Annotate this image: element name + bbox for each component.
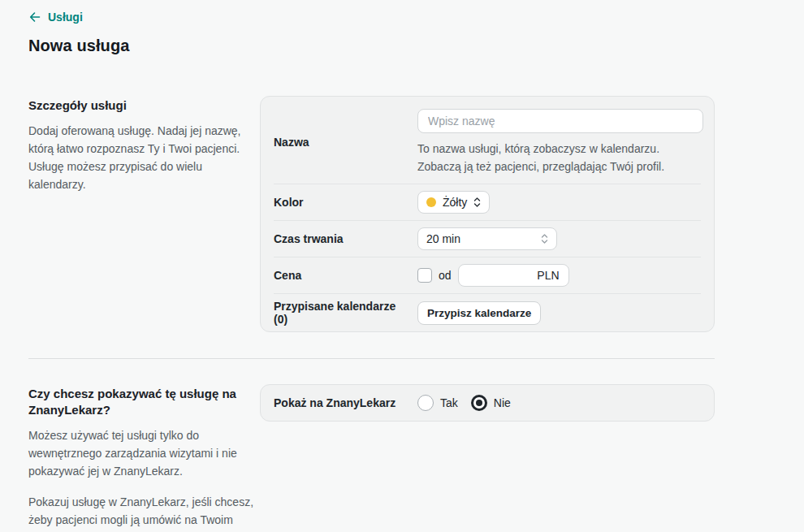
color-select[interactable]: Żółty <box>417 191 490 214</box>
section-details-intro: Szczegóły usługi Dodaj oferowaną usługę.… <box>28 96 260 193</box>
row-calendars: Przypisane kalendarze (0) Przypisz kalen… <box>261 294 714 331</box>
assign-calendars-button[interactable]: Przypisz kalendarze <box>417 301 541 325</box>
duration-select-value: 20 min <box>426 232 460 245</box>
section-divider <box>28 358 715 359</box>
radio-no-label: Nie <box>494 396 511 409</box>
section-visibility-paragraph-1: Możesz używać tej usługi tylko do wewnęt… <box>28 426 260 480</box>
row-duration: Czas trwania 20 min <box>261 221 714 257</box>
service-details-panel: Nazwa To nazwa usługi, którą zobaczysz w… <box>260 96 715 332</box>
show-on-znanylekarz-label: Pokaż na ZnanyLekarz <box>274 396 417 409</box>
price-from-checkbox[interactable] <box>417 268 432 283</box>
duration-select[interactable]: 20 min <box>417 227 557 250</box>
name-label: Nazwa <box>274 136 417 149</box>
row-show-on-znanylekarz: Pokaż na ZnanyLekarz Tak Nie <box>261 385 714 421</box>
price-label: Cena <box>274 269 417 282</box>
duration-label: Czas trwania <box>274 232 417 245</box>
section-visibility: Czy chcesz pokazywać tę usługę na ZnanyL… <box>28 384 715 532</box>
section-details-heading: Szczegóły usługi <box>28 97 260 114</box>
calendars-label: Przypisane kalendarze (0) <box>274 300 417 326</box>
color-select-value: Żółty <box>443 196 467 209</box>
row-price: Cena od PLN <box>261 257 714 293</box>
radio-selected-icon[interactable] <box>471 395 487 411</box>
section-service-details: Szczegóły usługi Dodaj oferowaną usługę.… <box>28 96 715 332</box>
radio-yes-label: Tak <box>440 396 458 409</box>
color-label: Kolor <box>274 196 417 209</box>
radio-option-yes[interactable]: Tak <box>417 395 458 411</box>
row-color: Kolor Żółty <box>261 184 714 220</box>
back-link[interactable]: Usługi <box>28 11 83 24</box>
section-visibility-paragraph-2: Pokazuj usługę w ZnanyLekarz, jeśli chce… <box>28 493 260 532</box>
price-from-label: od <box>439 269 452 282</box>
name-helper-text: To nazwa usługi, którą zobaczysz w kalen… <box>417 140 703 175</box>
color-swatch-yellow-icon <box>426 197 436 207</box>
price-input[interactable] <box>458 264 569 287</box>
back-arrow-icon <box>28 11 41 24</box>
visibility-radio-group: Tak Nie <box>417 395 511 411</box>
name-field-group: To nazwa usługi, którą zobaczysz w kalen… <box>417 109 703 175</box>
section-visibility-heading: Czy chcesz pokazywać tę usługę na ZnanyL… <box>28 386 260 418</box>
row-name: Nazwa To nazwa usługi, którą zobaczysz w… <box>261 97 714 184</box>
name-input[interactable] <box>417 109 703 133</box>
page: Usługi Nowa usługa Szczegóły usługi Doda… <box>28 11 715 532</box>
price-field-group: od PLN <box>417 264 569 287</box>
section-visibility-intro: Czy chcesz pokazywać tę usługę na ZnanyL… <box>28 384 260 532</box>
back-link-label: Usługi <box>48 11 83 24</box>
chevron-up-down-icon <box>541 233 548 244</box>
price-input-wrap: PLN <box>458 264 569 287</box>
section-details-description: Dodaj oferowaną usługę. Nadaj jej nazwę,… <box>28 122 260 193</box>
radio-unselected-icon[interactable] <box>417 395 434 411</box>
radio-option-no[interactable]: Nie <box>471 395 511 411</box>
chevron-up-down-icon <box>473 197 481 208</box>
page-title: Nowa usługa <box>28 37 715 55</box>
visibility-panel: Pokaż na ZnanyLekarz Tak Nie <box>260 384 715 422</box>
